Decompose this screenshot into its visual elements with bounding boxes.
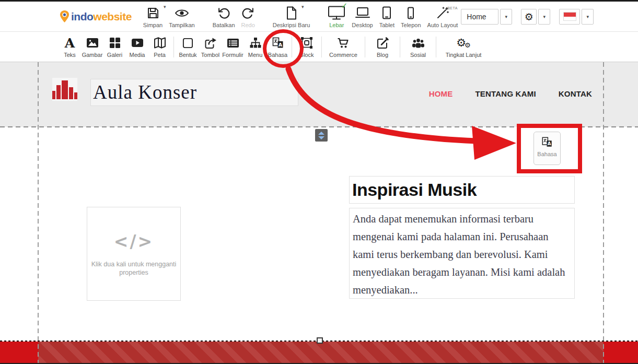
gallery-icon (109, 37, 121, 49)
toolbox-separator (321, 37, 322, 57)
tool-teks[interactable]: A Teks (59, 36, 81, 58)
element-toolbox: A Teks Gambar Galeri (0, 32, 638, 62)
undo-icon (217, 6, 230, 19)
video-icon (131, 38, 144, 48)
annotation-rectangle (517, 124, 582, 173)
main-toolbar: indowebsite ▾ Simpan Tampilkan (0, 2, 638, 32)
tool-tingkat-lanjut[interactable]: ⚙⚙ Tingkat Lanjut (439, 36, 488, 58)
indonesia-flag-icon (563, 12, 576, 21)
view-desktop-button[interactable]: Desktop (352, 5, 373, 28)
language-caret[interactable]: ▾ (582, 9, 594, 25)
language-group: ▾ (559, 9, 594, 25)
footer-section[interactable] (38, 342, 604, 363)
undo-button[interactable]: Batalkan (213, 5, 235, 28)
settings-group: ⚙ ▾ (521, 9, 550, 25)
laptop-icon (355, 7, 370, 19)
logo-bar (74, 92, 77, 99)
tool-galeri[interactable]: Galeri (103, 36, 126, 58)
tool-peta[interactable]: Peta (148, 36, 171, 58)
tool-sosial[interactable]: Sosial (403, 36, 433, 58)
window-top-border (0, 0, 638, 2)
page-select-caret[interactable]: ▾ (500, 9, 512, 25)
tool-media[interactable]: Media (126, 36, 148, 58)
logo-bar (56, 85, 61, 99)
tool-tombol[interactable]: Tombol (199, 36, 222, 58)
cart-icon (337, 37, 350, 49)
save-dropdown-caret[interactable]: ▾ (164, 4, 166, 9)
page-boundary-guide-right (603, 62, 604, 364)
toolbox-separator (436, 37, 436, 57)
content-heading-block[interactable]: Inspirasi Musik (349, 176, 575, 204)
tool-gambar[interactable]: Gambar (81, 36, 103, 58)
text-icon: A (65, 37, 75, 50)
new-description-caret[interactable]: ▾ (301, 4, 304, 9)
new-description-button[interactable]: ▾ Deskripsi Baru (273, 5, 310, 28)
redo-button: Redo (241, 5, 255, 28)
logo-bar (69, 87, 73, 99)
phone-icon (407, 7, 414, 19)
settings-button[interactable]: ⚙ (521, 9, 537, 25)
annotation-arrow (282, 62, 523, 166)
content-paragraph: Anda dapat menemukan informasi terbaru m… (350, 208, 574, 299)
page-select[interactable]: Home (461, 9, 498, 25)
page-select-group: Home ▾ (461, 9, 512, 25)
map-icon (154, 37, 166, 49)
site-title[interactable]: Aula Konser (90, 79, 298, 106)
active-check-icon: ✓ (341, 1, 348, 10)
save-button[interactable]: ▾ Simpan (143, 5, 163, 28)
placeholder-hint: Klik dua kali untuk mengganti properties (90, 260, 178, 277)
tool-bentuk[interactable]: Bentuk (177, 36, 199, 58)
button-icon (204, 37, 217, 49)
content-paragraph-block[interactable]: Anda dapat menemukan informasi terbaru m… (349, 208, 575, 299)
settings-caret[interactable]: ▾ (538, 9, 550, 25)
nav-link-kontak[interactable]: KONTAK (559, 89, 592, 98)
view-phone-button[interactable]: Telepon (401, 5, 421, 28)
save-icon (147, 7, 159, 19)
blog-edit-icon (377, 37, 389, 49)
content-heading: Inspirasi Musik (350, 177, 574, 203)
people-icon (412, 38, 425, 49)
beta-badge: BETA (447, 6, 458, 10)
logo-bar (62, 80, 68, 99)
view-tablet-button[interactable]: Tablet (379, 5, 395, 28)
redo-icon (241, 6, 254, 19)
shape-icon (182, 38, 193, 49)
toolbar-right-controls: Home ▾ ⚙ ▾ ▾ (461, 9, 594, 25)
form-icon (227, 38, 239, 48)
eye-icon (175, 8, 189, 18)
view-width-button[interactable]: ✓ Lebar (328, 5, 345, 28)
sitemap-icon (249, 37, 262, 49)
preview-button[interactable]: Tampilkan (169, 5, 195, 28)
toolbox-separator (400, 37, 400, 57)
logo-bar (52, 91, 55, 99)
toolbox-separator (173, 37, 174, 57)
tool-commerce[interactable]: Commerce (324, 36, 362, 58)
auto-layout-button[interactable]: BETA Auto Layout (427, 5, 458, 28)
logo-pin-icon (60, 10, 69, 23)
footer-resize-handle[interactable] (317, 337, 323, 344)
small-gear-icon: ⚙ (465, 42, 471, 49)
document-icon (286, 6, 297, 20)
indowebsite-logo: indowebsite (60, 10, 132, 23)
tool-formulir[interactable]: Formulir (222, 36, 244, 58)
logo-text: indowebsite (71, 10, 132, 23)
footer-margin-right (604, 342, 638, 363)
language-button[interactable] (559, 9, 580, 25)
site-logo[interactable] (52, 78, 77, 101)
toolbox-separator (365, 37, 365, 57)
html-widget-placeholder[interactable]: </> Klik dua kali untuk mengganti proper… (87, 207, 181, 301)
page-boundary-guide-left (38, 62, 39, 364)
gear-icon: ⚙ (525, 11, 533, 22)
tool-blog[interactable]: Blog (368, 36, 397, 58)
image-icon (86, 38, 99, 48)
tablet-icon (382, 6, 391, 19)
code-icon: </> (87, 231, 180, 252)
website-builder-window: indowebsite ▾ Simpan Tampilkan (0, 0, 638, 364)
footer-margin-left (0, 342, 38, 363)
